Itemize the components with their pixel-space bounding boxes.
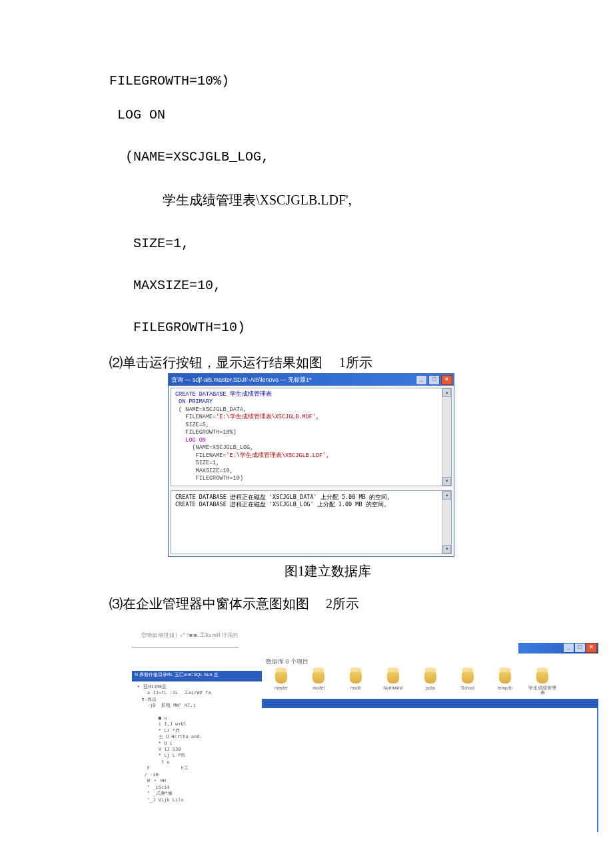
database-icon	[350, 669, 362, 683]
database-label: Northwind	[383, 685, 402, 690]
database-item[interactable]: Northwind	[378, 669, 408, 695]
figure-1: 查询 — sdjf-ai5.master.SDJF-AI5\lenovo — 无…	[168, 373, 454, 557]
database-label: master	[275, 685, 288, 690]
menu-hint-text: 空哗如 映世姐］»* †■t■. 工Ra mH 疗乐的	[141, 632, 598, 639]
scroll-up-icon[interactable]: ▴	[442, 388, 451, 397]
scroll-up-icon[interactable]: ▴	[442, 491, 451, 500]
code-line: FILEGROWTH=10)	[109, 320, 546, 335]
sql-line: FILEGROWTH=10%)	[175, 429, 442, 436]
database-icon	[275, 669, 287, 683]
database-item[interactable]: School	[452, 669, 483, 695]
code-line: (NAME=XSCJGLB_LOG,	[109, 149, 546, 165]
maximize-button[interactable]: □	[574, 643, 586, 653]
database-icon	[312, 669, 324, 683]
selection-strip	[262, 699, 598, 708]
window-title: 查询 — sdjf-ai5.master.SDJF-AI5\lenovo — 无…	[171, 376, 312, 384]
window-titlebar[interactable]: _ □ ×	[518, 643, 598, 653]
database-item[interactable]: pubs	[415, 669, 446, 695]
sql-line: FILENAME='E:\学生成绩管理表\XSCJGLB.LDF',	[175, 452, 442, 460]
sql-line: (NAME=XSCJGLB_LOG,	[175, 444, 442, 452]
figure-1-caption: 图1建立数据库	[109, 562, 546, 580]
scrollbar[interactable]: ▴▾	[442, 388, 451, 486]
scrollbar[interactable]: ▴▾	[442, 491, 451, 554]
sql-editor-pane[interactable]: CREATE DATABASE 学生成绩管理表 ON PRIMARY ( NAM…	[171, 388, 452, 486]
scroll-down-icon[interactable]: ▾	[442, 545, 451, 554]
database-label: tempdb	[498, 685, 512, 690]
database-icon	[536, 669, 548, 683]
figure-2: 空哗如 映世姐］»* †■t■. 工Ra mH 疗乐的 N 界前什傲目录RL 玉…	[132, 632, 598, 832]
sql-line: SIZE=1,	[175, 460, 442, 467]
database-item[interactable]: model	[303, 669, 334, 695]
database-label: 学生成绩管理表	[527, 685, 558, 695]
code-line: MAXSIZE=10,	[109, 278, 546, 293]
divider	[132, 647, 239, 648]
step-text: ⑶在企业管理器中窗体示意图如图 2所示	[109, 595, 546, 613]
message-line: CREATE DATABASE 进程正在磁盘 'XSCJGLB_DATA' 上分…	[175, 494, 442, 501]
database-label: School	[461, 685, 474, 690]
database-icon-row: mastermodelmsdbNorthwindpubsSchooltempdb…	[262, 667, 598, 699]
code-line: 学生成绩管理表\XSCJGLB.LDF',	[109, 191, 546, 209]
sql-line: ON PRIMARY	[175, 398, 442, 406]
window-titlebar[interactable]: 查询 — sdjf-ai5.master.SDJF-AI5\lenovo — 无…	[169, 374, 454, 386]
sql-line: MAXSIZE=10,	[175, 468, 442, 475]
database-item[interactable]: tempdb	[490, 669, 520, 695]
code-line: LOG ON	[109, 107, 546, 123]
database-icon	[462, 669, 474, 683]
database-item[interactable]: msdb	[340, 669, 371, 695]
database-item[interactable]: master	[266, 669, 297, 695]
step-text: ⑵单击运行按钮，显示运行结果如图 1所示	[109, 354, 546, 372]
code-line: FILEGROWTH=10%)	[109, 73, 546, 89]
list-body[interactable]	[262, 708, 598, 832]
sql-line: LOG ON	[175, 437, 442, 444]
tree-view[interactable]: ᠂ 亚H11RE至 a IJ«tL :1L 工airW# fa h-耳出 -jD…	[132, 681, 262, 806]
database-icon	[499, 669, 511, 683]
sql-line: FILEGROWTH=10)	[175, 475, 442, 482]
scroll-down-icon[interactable]: ▾	[442, 477, 451, 486]
message-line: CREATE DATABASE 进程正在磁盘 'XSCJGLB_LOG' 上分配…	[175, 501, 442, 508]
database-icon	[387, 669, 399, 683]
database-label: pubs	[426, 685, 435, 690]
database-icon	[424, 669, 436, 683]
close-button[interactable]: ×	[441, 375, 452, 385]
minimize-button[interactable]: _	[416, 375, 427, 385]
sql-line: SIZE=5,	[175, 422, 442, 429]
database-label: model	[312, 685, 324, 690]
sql-messages-pane[interactable]: CREATE DATABASE 进程正在磁盘 'XSCJGLB_DATA' 上分…	[171, 490, 452, 554]
list-header: 数据库 8 个项目	[262, 655, 598, 667]
tree-title-strip[interactable]: N 界前什傲目录RL 玉匚umCSQL Sun 丘	[132, 671, 262, 681]
code-line: SIZE=1,	[109, 236, 546, 251]
database-label: msdb	[350, 685, 361, 690]
sql-line: CREATE DATABASE 学生成绩管理表	[175, 391, 442, 398]
database-item[interactable]: 学生成绩管理表	[527, 669, 558, 695]
maximize-button[interactable]: □	[428, 375, 440, 385]
close-button[interactable]: ×	[586, 643, 597, 653]
sql-line: ( NAME=XSCJGLB_DATA,	[175, 406, 442, 414]
sql-line: FILENAME='E:\学生成绩管理表\XSCJGLB.MDF',	[175, 414, 442, 421]
minimize-button[interactable]: _	[563, 643, 574, 653]
